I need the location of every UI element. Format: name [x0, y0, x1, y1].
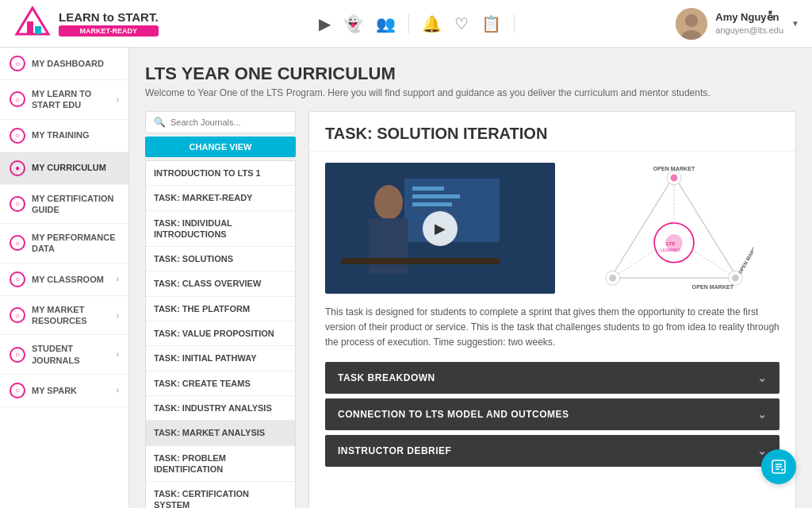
video-icon[interactable]: ▶ [319, 14, 331, 33]
bell-icon[interactable]: 🔔 [422, 14, 442, 33]
svg-point-20 [731, 274, 738, 281]
task-accordions: TASK BREAKDOWN ⌄ CONNECTION TO LTS MODEL… [309, 362, 795, 479]
task-list-item[interactable]: TASK: INITIAL PATHWAY [146, 346, 295, 371]
avatar [676, 8, 707, 40]
floating-action-button[interactable] [761, 449, 796, 484]
main-layout: ○ MY DASHBOARD ○ MY LEARN TO START EDU ›… [0, 48, 812, 508]
divider [408, 14, 409, 33]
search-icon: 🔍 [154, 117, 166, 128]
sidebar-item-label: MY TRAINING [32, 129, 119, 140]
sidebar-item-label: MY SPARK [32, 385, 110, 396]
svg-text:OPEN MARKET: OPEN MARKET [653, 166, 695, 172]
svg-rect-12 [369, 218, 408, 274]
accordion-header-instructor-debrief[interactable]: INSTRUCTOR DEBRIEF ⌄ [325, 435, 779, 467]
sidebar-item-spark[interactable]: ○ MY SPARK › [0, 375, 128, 407]
logo-tag: MARKET-READY [59, 25, 159, 37]
edit-icon [770, 458, 787, 475]
task-detail-title: TASK: SOLUTION ITERATION [325, 125, 779, 143]
search-input[interactable] [170, 117, 287, 127]
task-list-item[interactable]: TASK: CREATE TEAMS [146, 371, 295, 396]
task-list-item[interactable]: TASK: MARKET-READY [146, 186, 295, 210]
page-subtitle: Welcome to Year One of the LTS Program. … [145, 87, 796, 98]
sidebar-item-dashboard[interactable]: ○ MY DASHBOARD [0, 48, 128, 80]
market-icon: ○ [10, 307, 25, 323]
sidebar-item-cert-guide[interactable]: ○ MY CERTIFICATION GUIDE [0, 185, 128, 225]
ghost-icon[interactable]: 👻 [343, 14, 363, 33]
svg-point-4 [685, 14, 698, 27]
sidebar-item-curriculum[interactable]: ● MY CURRICULUM [0, 152, 128, 185]
sidebar-item-label: STUDENT JOURNALS [32, 343, 110, 366]
sidebar-item-classroom[interactable]: ○ MY CLASSROOM › [0, 264, 128, 296]
chevron-down-icon: ⌄ [757, 371, 768, 384]
svg-text:OPEN MARKET: OPEN MARKET [691, 283, 733, 290]
chevron-icon: › [117, 350, 119, 359]
accordion-header-task-breakdown[interactable]: TASK BREAKDOWN ⌄ [325, 362, 779, 394]
sidebar-item-lts-edu[interactable]: ○ MY LEARN TO START EDU › [0, 80, 128, 120]
page-title: LTS YEAR ONE CURRICULUM [145, 64, 796, 84]
sidebar-item-market-resources[interactable]: ○ MY MARKET RESOURCES › [0, 296, 128, 336]
dropdown-arrow-icon: ▼ [791, 19, 799, 28]
search-box: 🔍 [145, 111, 296, 133]
change-view-button[interactable]: CHANGE VIEW [145, 137, 296, 157]
task-list-item[interactable]: TASK: VALUE PROPOSITION [146, 321, 295, 346]
chevron-down-icon: ⌄ [757, 408, 768, 421]
user-name: Amy Nguyễn [715, 11, 783, 25]
header-icons: ▶ 👻 👥 🔔 ♡ 📋 [319, 14, 515, 33]
task-list-item[interactable]: TASK: CERTIFICATION SYSTEM [146, 482, 295, 508]
lts-icon: ○ [10, 91, 25, 107]
heart-icon[interactable]: ♡ [454, 14, 469, 33]
sidebar-item-label: MY CURRICULUM [32, 162, 119, 173]
perf-icon: ○ [10, 235, 25, 251]
sidebar-item-performance[interactable]: ○ MY PERFORMANCE DATA [0, 224, 128, 264]
dashboard-icon: ○ [10, 56, 25, 71]
accordion-task-breakdown: TASK BREAKDOWN ⌄ [325, 362, 779, 394]
accordion-label: CONNECTION TO LTS MODEL AND OUTCOMES [338, 409, 569, 420]
svg-point-22 [609, 274, 616, 281]
classroom-icon: ○ [10, 271, 25, 287]
chevron-icon: › [117, 95, 119, 104]
chevron-icon: › [117, 386, 119, 394]
svg-point-18 [670, 174, 677, 181]
chevron-icon: › [117, 275, 119, 283]
task-list-item[interactable]: TASK: INDUSTRY ANALYSIS [146, 396, 295, 421]
logo-text: LEARN to START. MARKET-READY [59, 11, 159, 37]
task-list-item-active[interactable]: TASK: MARKET ANALYSIS [146, 421, 295, 445]
svg-line-24 [617, 249, 655, 274]
clipboard-icon[interactable]: 📋 [481, 14, 501, 33]
sidebar-item-label: MY DASHBOARD [32, 58, 119, 69]
user-email: anguyen@lts.edu [715, 25, 783, 36]
users-icon[interactable]: 👥 [376, 14, 396, 33]
task-media-row: ▶ [309, 152, 795, 305]
task-description: This task is designed for students to co… [309, 305, 795, 362]
task-list-item[interactable]: TASK: CLASS OVERVIEW [146, 271, 295, 296]
curriculum-layout: 🔍 CHANGE VIEW INTRODUCTION TO LTS 1 TASK… [145, 111, 796, 508]
cert-icon: ○ [10, 196, 25, 212]
task-list-item[interactable]: INTRODUCTION TO LTS 1 [146, 161, 295, 186]
user-area[interactable]: Amy Nguyễn anguyen@lts.edu ▼ [676, 8, 799, 40]
task-list-item[interactable]: TASK: THE PLATFORM [146, 297, 295, 321]
task-list-item[interactable]: TASK: SOLUTIONS [146, 247, 295, 271]
sidebar-item-label: MY CERTIFICATION GUIDE [32, 193, 119, 216]
top-header: LEARN to START. MARKET-READY ▶ 👻 👥 🔔 ♡ 📋… [0, 0, 812, 48]
sidebar-item-label: MY PERFORMANCE DATA [32, 232, 119, 255]
sidebar-item-journals[interactable]: ○ STUDENT JOURNALS › [0, 335, 128, 375]
user-info: Amy Nguyễn anguyen@lts.edu [715, 11, 783, 36]
logo-name: LEARN to START. [59, 11, 159, 23]
journals-icon: ○ [10, 347, 25, 363]
task-list-item[interactable]: TASK: INDIVIDUAL INTRODUCTIONS [146, 211, 295, 248]
accordion-header-connection[interactable]: CONNECTION TO LTS MODEL AND OUTCOMES ⌄ [325, 398, 779, 430]
accordion-instructor-debrief: INSTRUCTOR DEBRIEF ⌄ [325, 435, 779, 467]
task-diagram: OPEN MARKET OPEN MARKET OPEN MARKET LTS … [568, 165, 779, 292]
spark-icon: ○ [10, 383, 25, 398]
task-list-item[interactable]: TASK: PROBLEM IDENTIFICATION [146, 446, 295, 483]
svg-text:LTS: LTS [665, 241, 674, 246]
curriculum-icon: ● [10, 160, 25, 176]
accordion-label: INSTRUCTOR DEBRIEF [338, 445, 451, 456]
sidebar-item-label: MY CLASSROOM [32, 274, 110, 285]
svg-point-11 [374, 185, 403, 220]
sidebar-item-label: MY LEARN TO START EDU [32, 88, 110, 111]
sidebar-item-training[interactable]: ○ MY TRAINING [0, 120, 128, 152]
svg-rect-1 [27, 21, 33, 34]
training-icon: ○ [10, 128, 25, 144]
play-button[interactable]: ▶ [423, 211, 458, 246]
